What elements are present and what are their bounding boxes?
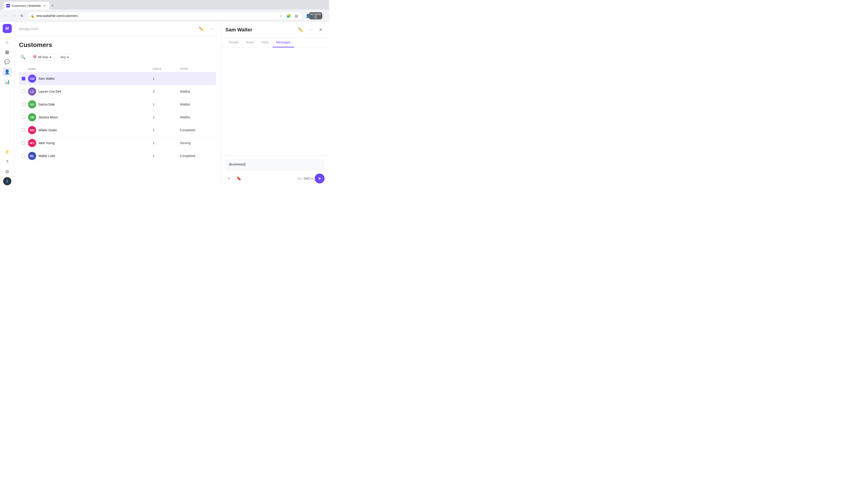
sidebar: M ⌂ ▦ 💬 👤 📊 ⚡ ? ⚙ 👤 <box>0 22 14 187</box>
table-row[interactable]: SD Sarina Dale 1 Waitlist <box>19 98 216 111</box>
address-bar[interactable]: 🔒 new.waitwhile.com/customers ☆ 🧩 ▤ <box>27 12 303 20</box>
message-text-input[interactable]: {business}| <box>225 160 324 171</box>
sidebar-item-calendar[interactable]: ▦ <box>3 47 12 57</box>
sidebar-item-chat[interactable]: 💬 <box>3 57 12 66</box>
any-filter-button[interactable]: Any ▾ <box>57 54 72 61</box>
calendar-icon: ▦ <box>5 49 9 55</box>
new-tab-button[interactable]: + <box>50 2 56 9</box>
avatar: LC <box>28 88 36 96</box>
visits-cell: 1 <box>153 154 180 158</box>
address-text: new.waitwhile.com/customers <box>36 14 276 18</box>
time-filter-button[interactable]: 📅 All time ▾ <box>29 54 55 61</box>
table-row[interactable]: WD Wlater Drake 1 Completed <box>19 124 216 137</box>
panel-customer-name: Sam Walter <box>225 27 252 33</box>
sidebar-item-customers[interactable]: 👤 <box>3 67 12 76</box>
table-row[interactable]: LC Lauren Cris Deli 2 Waitlist <box>19 85 216 98</box>
reload-button[interactable]: ↻ <box>18 12 25 20</box>
send-type-selector[interactable]: SMS ▾ <box>304 177 313 180</box>
back-button[interactable]: ← <box>3 12 10 20</box>
visits-cell: 1 <box>153 128 180 132</box>
avatar: SW <box>28 74 36 83</box>
more-options-button[interactable]: ··· <box>208 25 216 33</box>
panel-body: {business}| + 🔖 150 SMS <box>221 47 329 187</box>
send-button[interactable]: ➤ <box>315 173 324 184</box>
messages-area <box>221 47 329 156</box>
customer-cell: SW Sam Walter <box>28 74 153 83</box>
visits-cell: 1 <box>153 141 180 145</box>
visits-cell: 1 <box>153 77 180 80</box>
page-content: Customers 🔍 📅 All time ▾ Any ▾ <box>14 36 221 187</box>
table-row[interactable]: WL Walter Luke 1 Completed <box>19 150 216 162</box>
nav-buttons: ← → ↻ <box>3 12 25 20</box>
app-logo[interactable]: M <box>3 24 12 33</box>
sidebar-item-home[interactable]: ⌂ <box>3 37 12 46</box>
state-cell: Serving <box>180 141 216 145</box>
add-variable-button[interactable]: + <box>225 175 232 182</box>
tab-details[interactable]: Details <box>225 38 242 47</box>
home-icon: ⌂ <box>6 39 8 45</box>
tab-visits[interactable]: Visits <box>258 38 272 47</box>
message-content: {business}| <box>229 162 246 166</box>
sidebar-item-integrations[interactable]: ⚡ <box>3 147 12 156</box>
top-bar: Moodjoy7434 ✏️ ··· <box>14 22 221 36</box>
calendar-filter-icon: 📅 <box>33 55 37 59</box>
sidebar-item-analytics[interactable]: 📊 <box>3 77 12 86</box>
org-name: Moodjoy7434 <box>19 27 38 31</box>
customer-cell: SD Sarina Dale <box>28 100 153 108</box>
send-icon: ➤ <box>318 176 321 181</box>
table-row[interactable]: SW Sam Walter 1 <box>19 72 216 85</box>
chat-icon: 💬 <box>4 59 10 65</box>
sidebar-item-settings[interactable]: ⚙ <box>3 167 12 176</box>
settings-icon: ⚙ <box>5 169 9 174</box>
forward-button[interactable]: → <box>10 12 18 20</box>
row-checkbox[interactable] <box>19 77 28 80</box>
customer-name: Sam Walter <box>38 77 55 80</box>
tab-notes[interactable]: Notes <box>242 38 258 47</box>
bookmark-star-icon[interactable]: ☆ <box>278 13 284 19</box>
table-row[interactable]: WY Wee Young 1 Serving <box>19 137 216 150</box>
bookmark-template-button[interactable]: 🔖 <box>235 175 243 182</box>
menu-button[interactable]: ⋮ <box>320 13 327 19</box>
incognito-icon[interactable]: Incognito (2) <box>312 13 319 19</box>
time-filter-chevron: ▾ <box>50 55 51 59</box>
extension-icon[interactable]: 🧩 <box>285 13 292 19</box>
panel-edit-button[interactable]: ✏️ <box>297 26 305 34</box>
row-checkbox[interactable] <box>19 154 28 158</box>
customer-name: Wlater Drake <box>38 128 57 132</box>
sidebar-item-help[interactable]: ? <box>3 157 12 166</box>
help-icon: ? <box>6 159 8 164</box>
char-count: 150 <box>297 177 302 180</box>
search-icon: 🔍 <box>21 55 26 60</box>
user-avatar[interactable]: 👤 <box>3 177 11 185</box>
message-input-area: {business}| + 🔖 150 SMS <box>221 156 329 187</box>
active-tab[interactable]: W Customers | Waitwhile ✕ <box>4 2 50 9</box>
tab-messages[interactable]: Messages <box>273 38 294 47</box>
row-checkbox[interactable] <box>19 141 28 145</box>
customer-name: Jessica Moon <box>38 116 58 119</box>
row-checkbox[interactable] <box>19 103 28 106</box>
table-header: NAME VISITS STATE <box>19 66 216 72</box>
customer-name: Wee Young <box>38 141 55 145</box>
customers-icon: 👤 <box>4 69 10 74</box>
page-title: Customers <box>19 41 216 48</box>
customer-name: Walter Luke <box>38 154 55 158</box>
table-row[interactable]: JM Jessica Moon 1 Waitlist <box>19 111 216 124</box>
row-checkbox[interactable] <box>19 90 28 93</box>
any-filter-label: Any <box>60 55 66 59</box>
tab-close-button[interactable]: ✕ <box>43 4 47 8</box>
sms-label: SMS <box>304 177 310 180</box>
row-checkbox[interactable] <box>19 116 28 119</box>
state-cell: Waitlist <box>180 103 216 106</box>
row-checkbox[interactable] <box>19 128 28 132</box>
panel-header-actions: ✏️ ··· ✕ <box>297 26 324 34</box>
filters-row: 🔍 📅 All time ▾ Any ▾ <box>19 53 216 61</box>
panel-close-button[interactable]: ✕ <box>316 26 324 34</box>
panel-more-button[interactable]: ··· <box>307 26 315 34</box>
edit-button[interactable]: ✏️ <box>197 25 205 33</box>
reader-mode-icon[interactable]: ▤ <box>293 13 300 19</box>
visits-column-header: VISITS <box>153 68 180 70</box>
tab-favicon: W <box>6 4 10 7</box>
visits-cell: 2 <box>153 90 180 93</box>
search-button[interactable]: 🔍 <box>19 53 27 61</box>
message-footer-right: 150 SMS ▾ ➤ <box>297 173 324 184</box>
